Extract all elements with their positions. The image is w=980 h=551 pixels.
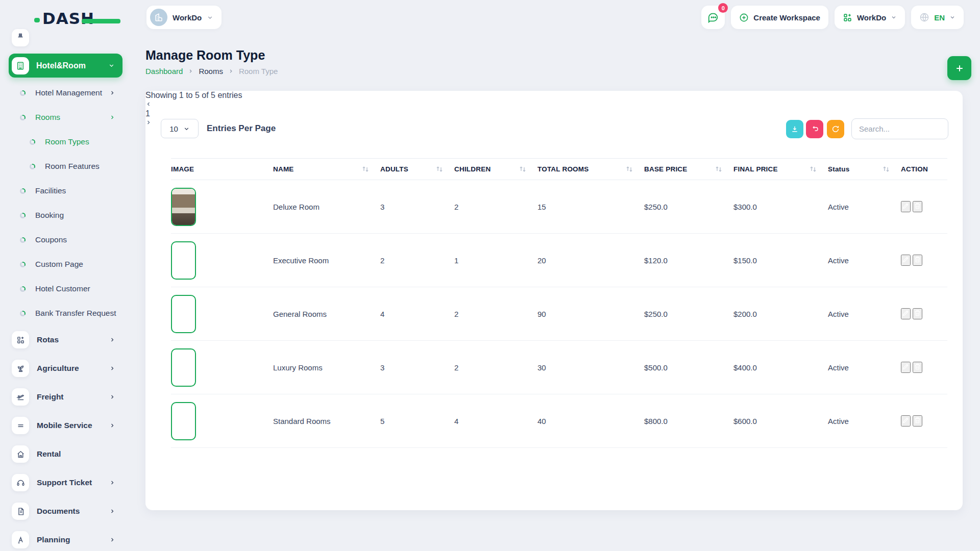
home-icon [12,445,29,463]
delete-button[interactable] [913,255,922,266]
sidebar-item-label: Room Types [45,137,89,146]
sidebar-item-label: Booking [35,211,64,220]
status-badge[interactable]: Active [828,310,849,318]
export-button[interactable] [786,120,803,138]
language-code: EN [934,13,945,22]
edit-button[interactable] [901,201,911,212]
final-price-value: $400.0 [733,363,828,372]
sidebar-item-rotas[interactable]: Rotas [0,325,128,354]
breadcrumb-room-type: Room Type [239,67,278,76]
sidebar-item-facilities[interactable]: Facilities [0,179,128,203]
col-header-status[interactable]: Status [828,165,901,173]
breadcrumb-dashboard[interactable]: Dashboard [145,67,183,76]
refresh-button[interactable] [827,120,844,138]
sort-icon [883,166,890,172]
add-room-type-button[interactable] [947,56,971,80]
status-badge[interactable]: Active [828,417,849,425]
room-image[interactable] [171,188,196,226]
sidebar-item-room-types[interactable]: Room Types [0,130,128,154]
edit-button[interactable] [901,255,911,266]
chevron-right-icon [145,119,152,126]
language-selector[interactable]: EN [911,6,964,29]
sidebar-item-label: Rooms [35,113,60,122]
sidebar-item-documents[interactable]: Documents [0,497,128,525]
sidebar-item-agriculture[interactable]: Agriculture [0,354,128,383]
sidebar-item-label: Room Features [45,162,100,171]
delete-button[interactable] [913,362,922,373]
trash-icon [914,309,921,317]
sidebar-item-booking[interactable]: Booking [0,203,128,228]
room-image[interactable] [171,402,196,440]
col-header-name[interactable]: NAME [273,165,380,173]
chevron-right-icon [109,114,115,120]
pagination-prev-button[interactable] [145,100,963,109]
status-badge[interactable]: Active [828,203,849,211]
room-image[interactable] [171,241,196,280]
sidebar-item-rental[interactable]: Rental [0,440,128,468]
base-price-value: $120.0 [644,256,733,265]
col-header-total-rooms[interactable]: TOTAL ROOMS [537,165,644,173]
sprout-icon [12,360,29,377]
logo-text: DASH [42,9,94,28]
sidebar-item-hotel-room[interactable]: Hotel&Room [9,54,122,78]
sidebar-item-room-features[interactable]: Room Features [0,154,128,179]
delete-button[interactable] [913,415,922,427]
sidebar-item-label: Support Ticket [37,478,92,487]
table-row: Luxury Rooms 3 2 30 $500.0 $400.0 Active [171,341,947,394]
pencil-icon [902,256,910,263]
room-name: Executive Room [273,256,380,265]
messages-button[interactable]: 0 [701,6,725,29]
breadcrumb-rooms[interactable]: Rooms [199,67,223,76]
col-header-final-price[interactable]: FINAL PRICE [733,165,828,173]
bullet-icon [20,115,26,120]
col-header-children[interactable]: CHILDREN [454,165,537,173]
edit-button[interactable] [901,308,911,319]
chevron-right-icon [188,68,193,74]
bullet-icon [20,286,26,292]
col-header-base-price[interactable]: BASE PRICE [644,165,733,173]
pencil-icon [902,363,910,370]
room-image[interactable] [171,348,196,387]
base-price-value: $800.0 [644,417,733,425]
sort-icon [519,166,526,172]
reset-button[interactable] [806,120,823,138]
letter-a-icon [12,531,29,548]
sidebar-item-coupons[interactable]: Coupons [0,228,128,252]
status-badge[interactable]: Active [828,256,849,265]
entries-value: 10 [169,124,178,133]
sidebar-item-hotel-management[interactable]: Hotel Management [0,81,128,105]
sidebar-item-hotel-customer[interactable]: Hotel Customer [0,277,128,301]
sidebar-item-rooms[interactable]: Rooms [0,105,128,130]
trash-icon [914,416,921,424]
entries-per-page-select[interactable]: 10 [161,119,199,138]
delete-button[interactable] [913,308,922,319]
status-badge[interactable]: Active [828,363,849,372]
pencil-icon [902,416,910,424]
sidebar-item-custom-page[interactable]: Custom Page [0,252,128,277]
sidebar-item-label: Hotel&Room [36,61,101,70]
edit-button[interactable] [901,362,911,373]
sidebar-item-mobile-service[interactable]: Mobile Service [0,411,128,440]
trash-icon [914,256,921,263]
workspace-name: WorkDo [173,13,202,22]
sidebar-item-support-ticket[interactable]: Support Ticket [0,468,128,497]
sidebar-item-planning[interactable]: Planning [0,525,128,551]
sidebar-item-freight[interactable]: Freight [0,383,128,411]
sidebar-item-label: Hotel Management [35,88,102,97]
pagination-page-1[interactable]: 1 [145,109,963,118]
edit-button[interactable] [901,415,911,427]
scrolled-menu-item-icon[interactable] [12,29,29,46]
room-image[interactable] [171,295,196,333]
logo-bar-accent [82,19,120,23]
delete-button[interactable] [913,201,922,212]
create-workspace-button[interactable]: Create Workspace [731,6,828,29]
workspace-avatar [150,9,167,26]
workspace-selector[interactable]: WorkDo [146,6,222,29]
sidebar-item-bank-transfer-request[interactable]: Bank Transfer Request [0,301,128,325]
search-input[interactable] [851,118,948,139]
col-header-adults[interactable]: ADULTS [380,165,454,173]
plane-icon [12,388,29,406]
chevron-down-icon [949,14,955,20]
adults-value: 3 [380,203,454,211]
workdo-menu-button[interactable]: WorkDo [835,6,905,29]
